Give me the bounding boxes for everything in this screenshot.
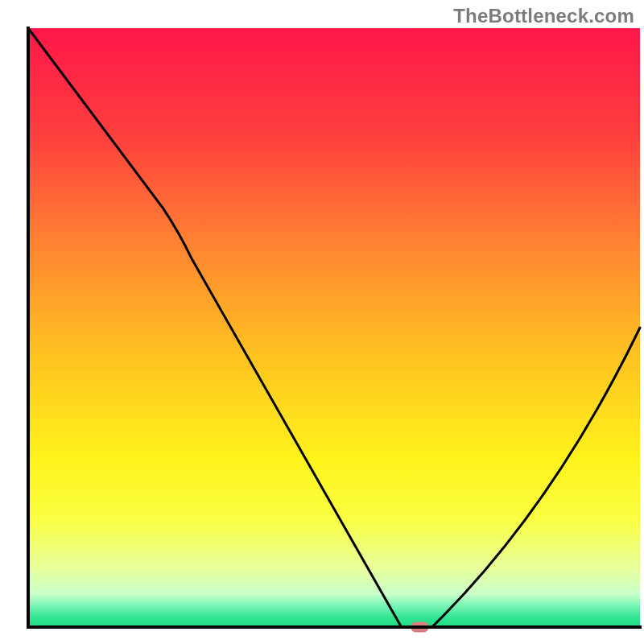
plot-background <box>28 28 640 627</box>
chart-container: TheBottleneck.com <box>0 0 644 644</box>
watermark-text: TheBottleneck.com <box>453 5 634 27</box>
bottleneck-chart <box>0 0 644 644</box>
